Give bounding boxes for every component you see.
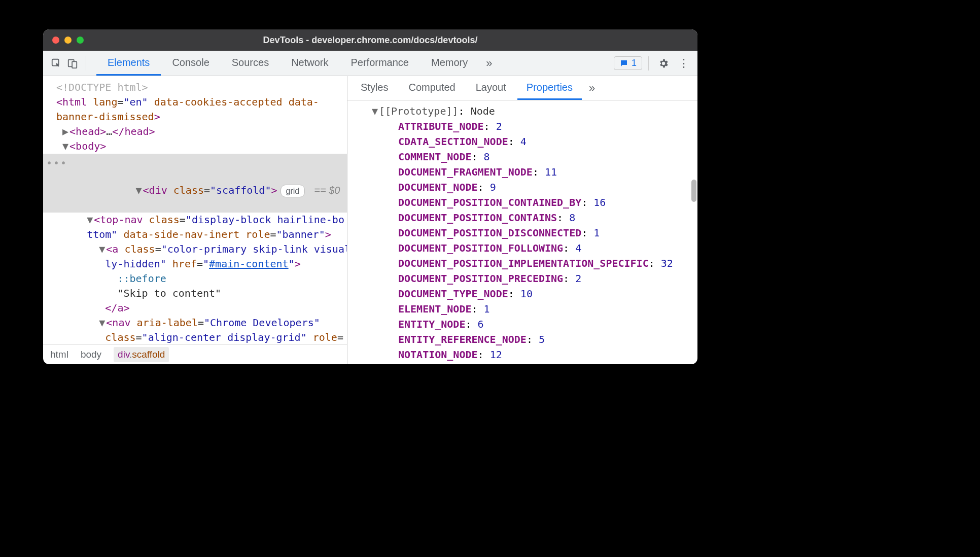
titlebar: DevTools - developer.chrome.com/docs/dev… (43, 29, 697, 51)
dom-html-open[interactable]: <html lang="en" data-cookies-accepted da… (56, 95, 347, 124)
property-row[interactable]: DOCUMENT_TYPE_NODE: 10 (378, 286, 697, 301)
maximize-icon[interactable] (77, 37, 84, 44)
breadcrumbs: html body div.scaffold (43, 344, 347, 364)
close-icon[interactable] (52, 37, 59, 44)
crumb-body[interactable]: body (81, 349, 101, 360)
issues-count: 1 (632, 58, 637, 68)
ellipsis-icon[interactable]: ••• (46, 156, 67, 170)
dom-a-text[interactable]: "Skip to content" (56, 286, 347, 301)
property-row[interactable]: DOCUMENT_POSITION_CONTAINED_BY: 16 (378, 195, 697, 210)
property-row[interactable]: CDATA_SECTION_NODE: 4 (378, 134, 697, 149)
minimize-icon[interactable] (64, 37, 72, 44)
window-controls (52, 37, 84, 44)
separator (86, 56, 86, 71)
side-tab-styles[interactable]: Styles (352, 76, 397, 100)
dom-doctype[interactable]: <!DOCTYPE html> (56, 80, 347, 95)
tab-memory[interactable]: Memory (420, 51, 479, 76)
device-toggle-icon[interactable] (66, 57, 79, 69)
console-ref: == $0 (314, 185, 340, 196)
tab-sources[interactable]: Sources (221, 51, 280, 76)
prototype-row[interactable]: ▼[[Prototype]]: Node (372, 103, 697, 119)
separator (648, 56, 649, 71)
property-row[interactable]: ENTITY_NODE: 6 (378, 317, 697, 332)
property-row[interactable]: DOCUMENT_NODE: 9 (378, 180, 697, 195)
crumb-html[interactable]: html (50, 349, 68, 360)
dom-topnav[interactable]: ▼<top-nav class="display-block hairline-… (56, 213, 347, 242)
window-title: DevTools - developer.chrome.com/docs/dev… (43, 35, 697, 46)
issues-button[interactable]: 1 (614, 56, 642, 70)
dom-a-close[interactable]: </a> (56, 301, 347, 316)
panel-tabs: ElementsConsoleSourcesNetworkPerformance… (96, 51, 479, 76)
dom-a-pseudo[interactable]: ::before (56, 271, 347, 286)
kebab-icon[interactable]: ⋮ (675, 55, 692, 72)
property-row[interactable]: DOCUMENT_POSITION_DISCONNECTED: 1 (378, 225, 697, 240)
dom-head[interactable]: ▶<head>…</head> (56, 124, 347, 139)
property-row[interactable]: ENTITY_REFERENCE_NODE: 5 (378, 332, 697, 347)
property-row[interactable]: NOTATION_NODE: 12 (378, 347, 697, 362)
property-row[interactable]: COMMENT_NODE: 8 (378, 149, 697, 164)
sidebar-tabs: StylesComputedLayoutProperties» (347, 76, 697, 100)
tab-console[interactable]: Console (161, 51, 220, 76)
dom-a-open[interactable]: ▼<a class="color-primary skip-link visua… (56, 242, 347, 271)
crumb-selected[interactable]: div.scaffold (114, 347, 169, 362)
elements-panel: <!DOCTYPE html> <html lang="en" data-coo… (43, 76, 347, 364)
svg-rect-2 (72, 61, 77, 68)
property-row[interactable]: ELEMENT_NODE: 1 (378, 301, 697, 317)
settings-icon[interactable] (655, 55, 672, 72)
scrollbar-thumb[interactable] (691, 180, 696, 202)
property-row[interactable]: DOCUMENT_POSITION_PRECEDING: 2 (378, 271, 697, 286)
sidebar-panel: StylesComputedLayoutProperties» ▼[[Proto… (347, 76, 697, 364)
inspect-icon[interactable] (50, 57, 62, 69)
side-tab-properties[interactable]: Properties (517, 76, 582, 100)
dom-nav[interactable]: ▼<nav aria-label="Chrome Developers" cla… (56, 316, 347, 344)
side-tab-layout[interactable]: Layout (467, 76, 515, 100)
dom-body-open[interactable]: ▼<body> (56, 139, 347, 154)
properties-pane[interactable]: ▼[[Prototype]]: Node ATTRIBUTE_NODE: 2CD… (347, 100, 697, 364)
tab-network[interactable]: Network (280, 51, 339, 76)
property-row[interactable]: DOCUMENT_POSITION_FOLLOWING: 4 (378, 240, 697, 256)
grid-badge[interactable]: grid (281, 185, 305, 197)
property-row[interactable]: DOCUMENT_POSITION_CONTAINS: 8 (378, 210, 697, 225)
more-tabs-icon[interactable]: » (479, 57, 499, 70)
tab-performance[interactable]: Performance (340, 51, 421, 76)
side-tab-computed[interactable]: Computed (399, 76, 464, 100)
dom-selected-node[interactable]: ••• ▼<div class="scaffold">grid == $0 (43, 154, 347, 213)
more-side-tabs-icon[interactable]: » (584, 82, 600, 95)
devtools-window: DevTools - developer.chrome.com/docs/dev… (43, 29, 697, 364)
tab-elements[interactable]: Elements (96, 51, 161, 76)
main-toolbar: ElementsConsoleSourcesNetworkPerformance… (43, 51, 697, 76)
property-row[interactable]: ATTRIBUTE_NODE: 2 (378, 119, 697, 134)
dom-tree[interactable]: <!DOCTYPE html> <html lang="en" data-coo… (43, 76, 347, 344)
property-row[interactable]: DOCUMENT_FRAGMENT_NODE: 11 (378, 164, 697, 180)
property-row[interactable]: DOCUMENT_POSITION_IMPLEMENTATION_SPECIFI… (378, 256, 697, 271)
